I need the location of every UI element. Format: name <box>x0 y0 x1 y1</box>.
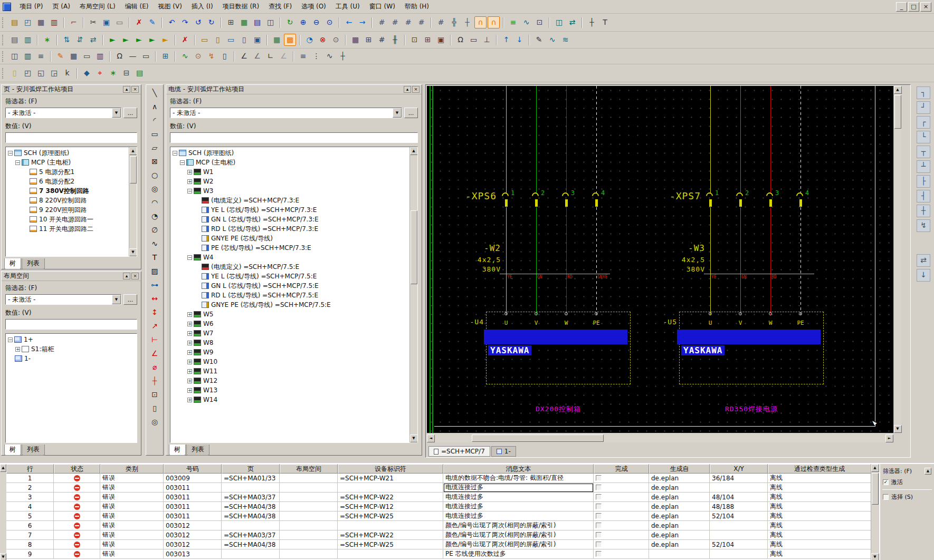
done-checkbox[interactable] <box>596 485 602 490</box>
canvas-vertical-scrollbar[interactable]: ▲ ▼ <box>893 86 901 433</box>
star-icon[interactable]: ∗ <box>107 67 119 79</box>
frame-icon[interactable]: ▭ <box>81 50 93 62</box>
bolt-icon[interactable]: ↯ <box>205 50 217 62</box>
browse-button[interactable]: ... <box>123 108 137 118</box>
cables-tree-scrollbar[interactable]: ▲ ▼ <box>409 147 417 442</box>
value-input[interactable] <box>5 319 137 330</box>
cable-tree-item[interactable]: +W11 <box>170 366 409 376</box>
delete-icon[interactable]: ✗ <box>133 16 145 28</box>
expand-icon[interactable]: + <box>187 388 192 393</box>
messages-right-scrollbar[interactable]: ▲ ▼ <box>871 464 879 560</box>
chevron-down-icon[interactable]: ▼ <box>112 295 121 304</box>
copy-format-icon[interactable]: ✎ <box>54 50 66 62</box>
window-a-icon[interactable]: ◰ <box>22 67 34 79</box>
gauge-icon[interactable]: ◔ <box>303 34 316 46</box>
no-connection-icon[interactable]: ⊗ <box>317 34 329 46</box>
cable-tree-item[interactable]: +W7 <box>170 329 409 338</box>
collapse-icon[interactable]: − <box>8 337 13 342</box>
page-list-icon[interactable]: ▥ <box>22 34 34 46</box>
text-tool-icon[interactable]: T <box>148 252 161 264</box>
angle-135-icon[interactable]: ∠ <box>278 50 290 62</box>
pages-tree-scrollbar[interactable]: ▲ ▼ <box>129 147 137 256</box>
canvas-tab-1[interactable]: =SCH+MCP/7 <box>428 446 490 457</box>
close-icon[interactable]: × <box>412 86 420 93</box>
scrollbar-thumb[interactable] <box>130 156 137 184</box>
node-icon[interactable]: ┼ <box>337 50 349 62</box>
ellipse-icon[interactable]: ∅ <box>148 224 161 237</box>
align-icon[interactable]: ≡ <box>297 50 309 62</box>
menu-item-7[interactable]: 项目数据 (R) <box>218 0 264 13</box>
tee-right-icon[interactable]: ├ <box>917 175 930 188</box>
layout-tab-2[interactable]: 列表 <box>22 445 45 456</box>
cable-tree-item[interactable]: +W12 <box>170 376 409 385</box>
snap-grid-icon[interactable]: ┼ <box>461 16 473 28</box>
wave-icon[interactable]: ∿ <box>546 34 558 46</box>
pin-icon[interactable]: ▴ <box>123 273 130 279</box>
done-checkbox[interactable] <box>596 523 602 528</box>
message-row-6[interactable]: 6错误003012颜色/编号出现了两次(相同的屏蔽/索引)de.eplan离线 <box>6 521 871 530</box>
dim-angle-icon[interactable]: ∠ <box>148 347 161 360</box>
scrollbar-thumb[interactable] <box>872 473 879 505</box>
browse-button[interactable]: ... <box>123 294 137 305</box>
device-list-icon[interactable]: ▤ <box>251 16 263 28</box>
split-window-icon[interactable]: ◫ <box>553 16 565 28</box>
cable-tree-item[interactable]: +W13 <box>170 385 409 395</box>
print-icon[interactable]: ▦ <box>35 16 47 28</box>
collapse-icon[interactable]: − <box>180 160 185 165</box>
cable-tree-item[interactable]: GNYE PE (芯线/导线) =SCH+MCP/7.5:E <box>170 300 409 310</box>
message-row-3[interactable]: 3错误003011=SCH+MA03/37=SCH+MCP-W22电缆连接过多d… <box>6 493 871 502</box>
image-icon[interactable]: ▨ <box>148 265 161 278</box>
menu-item-8[interactable]: 查找 (F) <box>264 0 297 13</box>
chain-icon[interactable]: ≋ <box>559 34 571 46</box>
menu-item-4[interactable]: 编辑 (E) <box>120 0 154 13</box>
insert-table-icon[interactable]: ⊞ <box>225 16 237 28</box>
break-point-icon[interactable]: ↯ <box>917 219 930 232</box>
corner-down-right-icon[interactable]: ┌ <box>917 116 930 129</box>
collapse-icon[interactable]: − <box>173 151 177 156</box>
column-header-8[interactable]: 消息文本 <box>443 464 594 474</box>
page-tree-item[interactable]: 9 220V照明回路 <box>6 205 129 215</box>
close-icon[interactable]: × <box>131 86 139 93</box>
cable-tree-item[interactable]: −W3 <box>170 186 409 196</box>
window-cascade-icon[interactable]: ◫ <box>8 50 21 62</box>
dim-oblique-icon[interactable]: ↗ <box>148 320 161 333</box>
export-icon[interactable]: ▤ <box>134 67 146 79</box>
cable-tree-item[interactable]: GN L (芯线/导线) =SCH+MCP/7.3:E <box>170 215 409 224</box>
arrow-down-icon[interactable]: ↓ <box>513 34 526 46</box>
grid-size-large-icon[interactable]: ╬ <box>448 16 460 28</box>
omega-2-icon[interactable]: Ω <box>113 50 126 62</box>
cabinet-icon[interactable]: ▯ <box>218 50 231 62</box>
cables-tab-1[interactable]: 树 <box>169 445 186 456</box>
done-checkbox[interactable] <box>596 542 602 547</box>
device-box-icon[interactable]: ⊡ <box>408 34 421 46</box>
maximize-button[interactable]: □ <box>908 2 919 12</box>
line-icon[interactable]: ╲ <box>148 87 161 100</box>
cable-tree-item[interactable]: YE L (芯线/导线) =SCH+MCP/7.3:E <box>170 205 409 215</box>
gear-pair-icon[interactable]: ⊙ <box>192 50 204 62</box>
message-row-9[interactable]: 9错误003013PE 芯线使用次数过多离线 <box>6 549 871 559</box>
menu-item-2[interactable]: 页 (A) <box>47 0 74 13</box>
cable-tree-item[interactable]: RD L (芯线/导线) =SCH+MCP/7.3:E <box>170 224 409 234</box>
table-export-icon[interactable]: ▦ <box>271 34 283 46</box>
cable-tree-item[interactable]: +W14 <box>170 395 409 404</box>
settings-gear-icon[interactable]: ⊙ <box>330 34 342 46</box>
mini-grid-icon[interactable]: ▦ <box>68 50 80 62</box>
expand-icon[interactable]: + <box>187 322 192 326</box>
wrench-icon[interactable]: ⌐ <box>68 16 80 28</box>
cut-icon[interactable]: ✂ <box>87 16 99 28</box>
grid-4-icon[interactable]: # <box>415 16 427 28</box>
resistor-2-icon[interactable]: ▭ <box>140 50 152 62</box>
box-3d-icon[interactable]: ⊡ <box>148 389 161 401</box>
cable-tree-item[interactable]: +W5 <box>170 310 409 319</box>
minimize-button[interactable]: _ <box>896 2 907 12</box>
canvas-horizontal-scrollbar[interactable]: ◄ ► <box>427 434 893 442</box>
redo-history-icon[interactable]: ↻ <box>205 16 217 28</box>
layers-icon[interactable]: ⊟ <box>120 67 132 79</box>
scroll-up-icon[interactable]: ▲ <box>0 464 6 472</box>
scrollbar-thumb[interactable] <box>894 95 901 129</box>
construction-icon[interactable]: ┼ <box>148 375 161 388</box>
menu-item-9[interactable]: 选项 (O) <box>297 0 331 13</box>
swap-icon[interactable]: ⇄ <box>87 34 99 46</box>
value-input[interactable] <box>170 132 418 143</box>
sphere-3d-icon[interactable]: ◎ <box>148 416 161 429</box>
